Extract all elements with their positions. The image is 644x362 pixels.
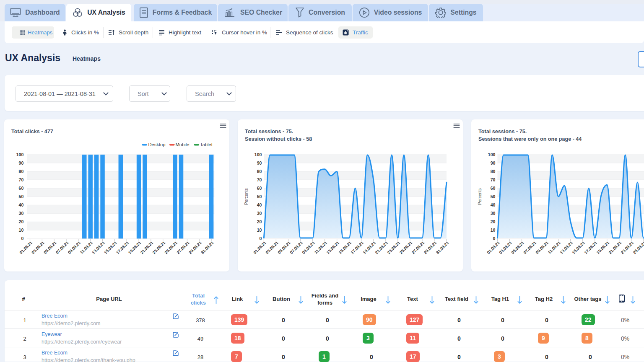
svg-text:05.08.21: 05.08.21 — [510, 240, 525, 255]
svg-text:50: 50 — [257, 194, 262, 199]
svg-text:19.08.21: 19.08.21 — [595, 240, 610, 255]
svg-text:13.08.21: 13.08.21 — [91, 240, 106, 255]
svg-text:Desktop: Desktop — [148, 142, 166, 147]
svg-text:09.08.21: 09.08.21 — [535, 240, 549, 255]
svg-text:60: 60 — [257, 186, 262, 191]
svg-text:60: 60 — [19, 186, 24, 191]
svg-text:21.08.21: 21.08.21 — [140, 240, 154, 255]
svg-text:80: 80 — [491, 169, 496, 174]
svg-text:0: 0 — [493, 236, 496, 241]
svg-text:31.08.21: 31.08.21 — [200, 240, 215, 255]
svg-text:03.08.21: 03.08.21 — [265, 240, 279, 255]
svg-text:13.08.21: 13.08.21 — [559, 240, 574, 255]
svg-text:100: 100 — [16, 152, 24, 157]
svg-text:09.08.21: 09.08.21 — [67, 240, 82, 255]
svg-text:19.08.21: 19.08.21 — [127, 240, 142, 255]
svg-text:20: 20 — [491, 219, 496, 224]
svg-text:Percents: Percents — [244, 188, 249, 204]
svg-text:01.08.21: 01.08.21 — [486, 240, 501, 255]
svg-text:07.08.21: 07.08.21 — [289, 240, 304, 255]
svg-text:23.08.21: 23.08.21 — [151, 240, 166, 255]
svg-text:0: 0 — [260, 236, 262, 241]
svg-text:30: 30 — [19, 211, 24, 216]
svg-text:70: 70 — [257, 177, 262, 182]
svg-text:40: 40 — [491, 202, 496, 207]
svg-text:19.08.21: 19.08.21 — [362, 240, 377, 255]
svg-text:Percents: Percents — [478, 188, 482, 204]
svg-text:Tablet: Tablet — [200, 142, 213, 147]
svg-text:10: 10 — [491, 228, 496, 233]
svg-text:25.08.21: 25.08.21 — [399, 240, 413, 255]
svg-text:31.08.21: 31.08.21 — [435, 240, 450, 255]
svg-text:01.08.21: 01.08.21 — [252, 240, 267, 255]
svg-text:15.08.21: 15.08.21 — [571, 240, 586, 255]
svg-text:60: 60 — [491, 186, 496, 191]
svg-text:23.08.21: 23.08.21 — [620, 240, 635, 255]
svg-text:10: 10 — [19, 228, 24, 233]
svg-text:05.08.21: 05.08.21 — [277, 240, 291, 255]
svg-text:09.08.21: 09.08.21 — [301, 240, 316, 255]
svg-text:21.08.21: 21.08.21 — [374, 240, 389, 255]
svg-text:27.08.21: 27.08.21 — [411, 240, 426, 255]
svg-text:10: 10 — [257, 228, 262, 233]
svg-text:70: 70 — [491, 177, 496, 182]
svg-text:100: 100 — [254, 152, 262, 157]
svg-text:80: 80 — [19, 169, 24, 174]
svg-text:100: 100 — [488, 152, 496, 157]
svg-text:70: 70 — [19, 177, 24, 182]
svg-text:40: 40 — [19, 202, 24, 207]
svg-text:05.08.21: 05.08.21 — [43, 240, 57, 255]
svg-text:03.08.21: 03.08.21 — [498, 240, 513, 255]
svg-text:30: 30 — [491, 211, 496, 216]
svg-text:29.08.21: 29.08.21 — [423, 240, 438, 255]
svg-text:90: 90 — [257, 160, 262, 165]
svg-text:50: 50 — [19, 194, 24, 199]
svg-text:03.08.21: 03.08.21 — [31, 240, 45, 255]
svg-text:40: 40 — [257, 202, 262, 207]
svg-text:07.08.21: 07.08.21 — [522, 240, 537, 255]
svg-text:20: 20 — [257, 219, 262, 224]
svg-text:30: 30 — [257, 211, 262, 216]
svg-text:25.08.21: 25.08.21 — [164, 240, 178, 255]
svg-text:17.08.21: 17.08.21 — [115, 240, 130, 255]
svg-text:90: 90 — [491, 160, 496, 165]
svg-text:0: 0 — [21, 236, 23, 241]
svg-text:01.08.21: 01.08.21 — [18, 240, 33, 255]
svg-text:15.08.21: 15.08.21 — [103, 240, 118, 255]
svg-text:Mobile: Mobile — [176, 142, 190, 147]
svg-text:21.08.21: 21.08.21 — [608, 240, 622, 255]
svg-text:17.08.21: 17.08.21 — [583, 240, 598, 255]
svg-text:50: 50 — [491, 194, 496, 199]
svg-text:17.08.21: 17.08.21 — [350, 240, 364, 255]
svg-text:13.08.21: 13.08.21 — [325, 240, 340, 255]
svg-text:29.08.21: 29.08.21 — [188, 240, 203, 255]
svg-text:15.08.21: 15.08.21 — [338, 240, 352, 255]
svg-text:23.08.21: 23.08.21 — [387, 240, 401, 255]
svg-text:07.08.21: 07.08.21 — [55, 240, 70, 255]
svg-text:90: 90 — [19, 160, 24, 165]
svg-text:27.08.21: 27.08.21 — [176, 240, 190, 255]
svg-text:80: 80 — [257, 169, 262, 174]
svg-text:20: 20 — [19, 219, 24, 224]
svg-text:25.08.21: 25.08.21 — [632, 240, 644, 255]
